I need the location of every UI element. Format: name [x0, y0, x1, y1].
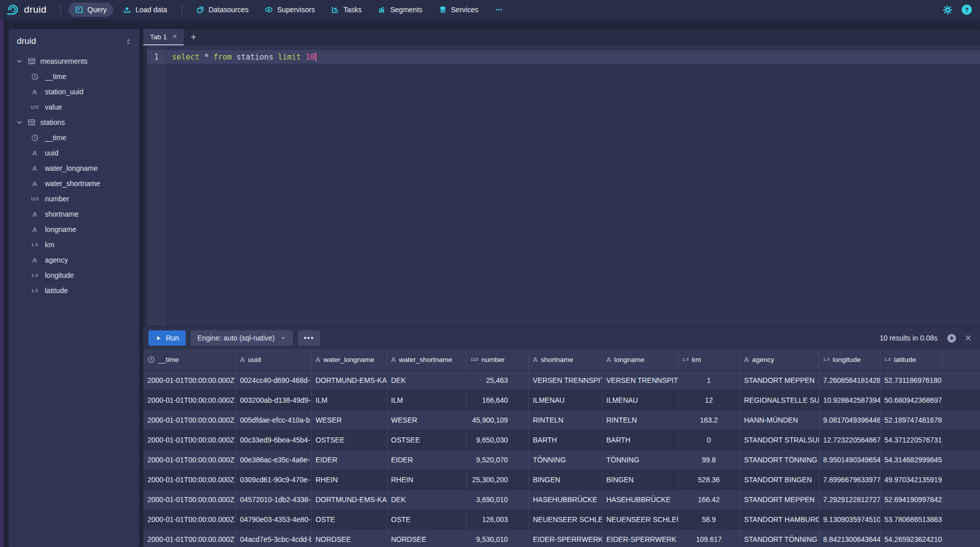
cell-longname[interactable]: ILMENAU [602, 390, 678, 410]
tree-table-stations[interactable]: stations [9, 115, 139, 130]
tab-1[interactable]: Tab 1 × [143, 29, 184, 45]
cell-water-longname[interactable]: ILM [311, 390, 387, 410]
cell-longname[interactable]: BINGEN [602, 470, 678, 489]
cell-water-longname[interactable]: RHEIN [311, 470, 387, 489]
cell--time[interactable]: 2000-01-01T00:00:00.000Z [143, 370, 236, 390]
close-results-icon[interactable]: ✕ [965, 333, 972, 344]
cell-uuid[interactable]: 04acd7e5-3cbc-4cdd-b [236, 529, 311, 547]
cell-longname[interactable]: BARTH [602, 430, 678, 450]
cell-water-shortname[interactable]: OSTSEE [387, 430, 466, 450]
cell--time[interactable]: 2000-01-01T00:00:00.000Z [143, 509, 236, 529]
sql-editor[interactable]: 1 select * from stations limit 10 [143, 45, 980, 326]
cell--time[interactable]: 2000-01-01T00:00:00.000Z [143, 470, 236, 489]
tree-column-latitude[interactable]: 1.0latitude [9, 283, 139, 298]
cell-km[interactable]: 12 [678, 390, 740, 410]
cell-number[interactable]: 9,520,070 [466, 450, 529, 470]
cell-shortname[interactable]: VERSEN TRENNSPITZE [529, 370, 602, 390]
cell-water-shortname[interactable]: NORDSEE [387, 529, 466, 547]
cell--time[interactable]: 2000-01-01T00:00:00.000Z [143, 529, 236, 547]
nav-item-datasources[interactable]: Datasources [190, 3, 256, 17]
cell-agency[interactable]: STANDORT TÖNNING [740, 529, 819, 547]
cell-longname[interactable]: EIDER-SPERRWERK AP [602, 529, 678, 547]
cell-water-longname[interactable]: OSTE [311, 509, 387, 529]
engine-select[interactable]: Engine: auto (sql-native) [191, 330, 293, 346]
cell-number[interactable]: 25,463 [466, 370, 529, 390]
chevron-down-icon[interactable] [16, 119, 23, 126]
cell-longitude[interactable]: 10.928842587394 [819, 390, 880, 410]
cell-shortname[interactable]: NEUENSEER SCHLEUS [529, 509, 602, 529]
cell-uuid[interactable]: 0024cc40-d690-468d- [236, 370, 311, 390]
column-header-longname[interactable]: Alongname [602, 349, 678, 370]
column-header-water-longname[interactable]: Awater_longname [311, 349, 387, 370]
cell-longitude[interactable]: 7.8996679633977 [819, 470, 880, 489]
column-header--time[interactable]: __time [143, 349, 236, 370]
close-icon[interactable]: × [172, 33, 177, 41]
cell-water-shortname[interactable]: RHEIN [387, 470, 466, 489]
cell-water-shortname[interactable]: EIDER [387, 450, 466, 470]
cell-number[interactable]: 25,300,200 [466, 470, 529, 489]
cell-longname[interactable]: RINTELN [602, 410, 678, 430]
run-button[interactable]: Run [148, 330, 186, 346]
query-more-button[interactable]: ••• [298, 330, 320, 346]
column-header-longitude[interactable]: 1.0longitude [819, 349, 880, 370]
cell-longname[interactable]: TÖNNING [602, 450, 678, 470]
cell-longitude[interactable]: 8.9501490349654 [819, 450, 880, 470]
table-row[interactable]: 2000-01-01T00:00:00.000Z04572010-1db2-43… [143, 489, 980, 509]
column-header-agency[interactable]: Aagency [740, 349, 819, 370]
cell-longitude[interactable]: 7.2608564181428 [819, 370, 880, 390]
tree-column-station-uuid[interactable]: Astation_uuid [9, 84, 139, 99]
cell-km[interactable]: 109.617 [678, 529, 740, 547]
cell-shortname[interactable]: HASEHUBBRÜCKE [529, 489, 602, 509]
cell-longitude[interactable]: 7.2929122812727 [819, 489, 880, 509]
cell-agency[interactable]: STANDORT STRALSUN [740, 430, 819, 450]
cell-latitude[interactable]: 54.265923624210 [880, 529, 942, 547]
druid-logo[interactable]: druid [6, 3, 46, 16]
help-icon[interactable]: ? [962, 5, 972, 15]
tree-column-shortname[interactable]: Ashortname [9, 206, 139, 222]
cell-water-longname[interactable]: DORTMUND-EMS-KANAL [311, 489, 387, 509]
cell-water-longname[interactable]: DORTMUND-EMS-KANAL [311, 370, 387, 390]
cell-water-shortname[interactable]: WESER [387, 410, 466, 430]
nav-item-tasks[interactable]: Tasks [324, 3, 368, 17]
cell-km[interactable]: 99.8 [678, 450, 740, 470]
new-tab-button[interactable]: + [184, 29, 203, 45]
cell-number[interactable]: 9,650,030 [466, 430, 529, 450]
tree-column-agency[interactable]: Aagency [9, 252, 139, 268]
cell--time[interactable]: 2000-01-01T00:00:00.000Z [143, 489, 236, 509]
table-row[interactable]: 2000-01-01T00:00:00.000Z04acd7e5-3cbc-4c… [143, 529, 980, 547]
cell-latitude[interactable]: 50.680942368697 [880, 390, 942, 410]
cell-latitude[interactable]: 52.189747481678 [880, 410, 942, 430]
table-row[interactable]: 2000-01-01T00:00:00.000Z00c33ed9-6bea-45… [143, 430, 980, 450]
table-row[interactable]: 2000-01-01T00:00:00.000Z0309cd61-90c9-47… [143, 470, 980, 489]
cell-longitude[interactable]: 9.0817049396446 [819, 410, 880, 430]
tree-column--time[interactable]: __time [9, 69, 139, 84]
cell-km[interactable]: 58.9 [678, 509, 740, 529]
cell-latitude[interactable]: 49.970342135919 [880, 470, 942, 489]
cell-water-longname[interactable]: NORDSEE [311, 529, 387, 547]
tree-column-km[interactable]: 1.0km [9, 237, 139, 252]
gear-icon[interactable] [943, 5, 952, 15]
column-header-number[interactable]: 123number [466, 349, 529, 370]
cell-agency[interactable]: STANDORT MEPPEN [740, 489, 819, 509]
table-row[interactable]: 2000-01-01T00:00:00.000Z00e386ac-e35c-4a… [143, 450, 980, 470]
cell-km[interactable]: 1 [678, 370, 740, 390]
editor-code-area[interactable]: select * from stations limit 10 [166, 45, 980, 326]
cell--time[interactable]: 2000-01-01T00:00:00.000Z [143, 430, 236, 450]
cell-agency[interactable]: HANN-MÜNDEN [740, 410, 819, 430]
table-row[interactable]: 2000-01-01T00:00:00.000Z005dfdae-efcc-41… [143, 410, 980, 430]
cell-agency[interactable]: STANDORT BINGEN [740, 470, 819, 489]
cell-water-longname[interactable]: EIDER [311, 450, 387, 470]
chevron-down-icon[interactable] [16, 58, 23, 65]
cell-uuid[interactable]: 003200ab-d138-49d9- [236, 390, 311, 410]
cell-uuid[interactable]: 00e386ac-e35c-4a6e- [236, 450, 311, 470]
tree-column-uuid[interactable]: Auuid [9, 145, 139, 161]
tree-column-water-longname[interactable]: Awater_longname [9, 161, 139, 176]
cell-water-shortname[interactable]: DEK [387, 489, 466, 509]
cell-number[interactable]: 45,900,109 [466, 410, 529, 430]
cell-latitude[interactable]: 54.314682999845 [880, 450, 942, 470]
tree-column-number[interactable]: 123number [9, 191, 139, 206]
tree-column-longitude[interactable]: 1.0longitude [9, 268, 139, 283]
cell-uuid[interactable]: 00c33ed9-6bea-45b4- [236, 430, 311, 450]
column-header-water-shortname[interactable]: Awater_shortname [387, 349, 466, 370]
cell-uuid[interactable]: 04572010-1db2-4338- [236, 489, 311, 509]
